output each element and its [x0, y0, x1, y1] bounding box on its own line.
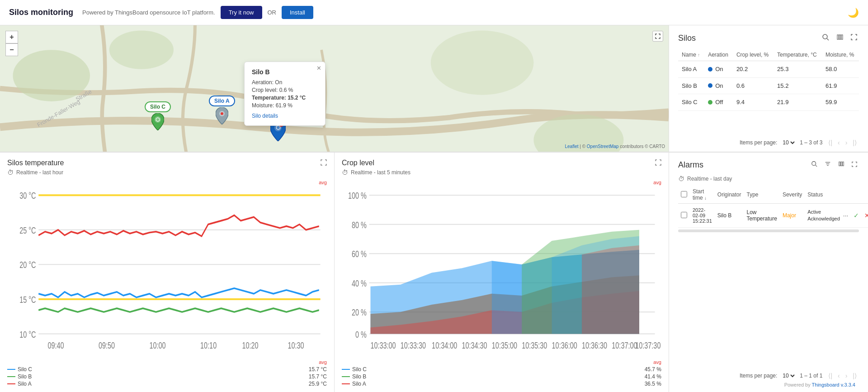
crop-realtime: ⏱ Realtime - last 5 minutes: [342, 169, 661, 176]
col-type: Type: [744, 186, 780, 204]
silos-range: 1 – 3 of 3: [800, 139, 822, 146]
col-crop: Crop level, %: [733, 49, 774, 61]
svg-point-3: [431, 31, 534, 95]
alarms-header: Alarms: [678, 160, 859, 170]
popup-temperature: Temperature: 15.2 °C: [252, 95, 318, 101]
svg-text:10:10: 10:10: [200, 340, 217, 350]
svg-text:80 %: 80 %: [352, 220, 367, 230]
silos-row: Silo A On 20.2 25.3 58.0: [678, 61, 859, 78]
alarm-more-button[interactable]: ···: [842, 211, 850, 220]
powered-by-link[interactable]: Thingsboard v.3.3.4: [812, 382, 855, 387]
silo-a-label: Silo A: [209, 96, 235, 106]
silos-columns-button[interactable]: [835, 33, 845, 43]
powered-by: Powered by Thingsboard v.3.3.4: [678, 380, 859, 387]
silo-aeration: On: [704, 61, 733, 78]
col-status: Status: [805, 186, 868, 204]
last-page-btn[interactable]: |⟩: [850, 138, 859, 147]
sort-icon-name: ↑: [698, 53, 700, 57]
alarms-fullscreen-button[interactable]: [850, 160, 859, 170]
alarms-per-page-select[interactable]: 10 25: [781, 372, 796, 379]
alarm-checkbox-1[interactable]: [681, 212, 687, 218]
install-button[interactable]: Install: [282, 6, 313, 19]
zoom-out-button[interactable]: −: [5, 43, 18, 56]
col-temp: Temperature, °C: [774, 49, 822, 61]
svg-point-11: [221, 112, 223, 115]
temp-legend-silo-b: Silo B 15.7 °C: [7, 373, 327, 380]
popup-silo-details-link[interactable]: Silo details: [252, 113, 278, 119]
per-page-select[interactable]: 10 25 50: [781, 139, 796, 146]
header: Silos monitoring Powered by ThingsBoard …: [0, 0, 868, 25]
powered-text: Powered by ThingsBoard opensource IoT pl…: [82, 9, 215, 16]
svg-text:10:35:30: 10:35:30: [522, 340, 547, 350]
crop-legend-silo-b: Silo B 41.4 %: [342, 373, 661, 380]
alarms-realtime: ⏱ Realtime - last day: [678, 175, 859, 182]
silo-name: Silo C: [678, 94, 704, 111]
col-start-time[interactable]: Start time ↓: [690, 186, 715, 204]
silos-table: Name ↑ Aeration Crop level, % Temperatur…: [678, 49, 859, 111]
crop-fullscreen-button[interactable]: [655, 159, 661, 167]
svg-point-16: [823, 34, 827, 39]
popup-crop-level: Crop level: 0.6 %: [252, 87, 318, 93]
svg-text:20 %: 20 %: [352, 307, 367, 318]
select-all-checkbox[interactable]: [681, 191, 687, 197]
silo-temp: 15.2: [774, 77, 822, 94]
crop-panel: Crop level ⏱ Realtime - last 5 minutes a…: [335, 152, 669, 392]
alarms-prev-btn[interactable]: ‹: [835, 371, 842, 380]
alarms-next-btn[interactable]: ›: [843, 371, 850, 380]
svg-rect-19: [840, 35, 841, 39]
svg-text:10:33:30: 10:33:30: [401, 340, 426, 350]
silo-moisture: 58.0: [822, 61, 859, 78]
alarms-first-btn[interactable]: ⟨|: [826, 371, 835, 380]
dark-mode-button[interactable]: 🌙: [848, 7, 859, 18]
silo-aeration: Off: [704, 94, 733, 111]
alarm-clear-button[interactable]: ✕: [863, 211, 868, 220]
svg-text:25 °C: 25 °C: [19, 225, 36, 235]
alarms-columns-button[interactable]: [836, 160, 846, 170]
temp-legend: Silo C 15.7 °C Silo B 15.7 °C Silo A 25.…: [7, 366, 327, 387]
map-fullscreen-button[interactable]: [652, 31, 663, 42]
next-page-btn[interactable]: ›: [843, 138, 850, 147]
silos-title: Silos: [678, 33, 820, 43]
alarms-clock-icon: ⏱: [678, 175, 684, 182]
silos-panel-header: Silos: [678, 33, 859, 43]
svg-text:10:34:00: 10:34:00: [432, 340, 457, 350]
svg-text:40 %: 40 %: [352, 278, 367, 288]
crop-chart-container: 100 % 80 % 60 % 40 % 20 % 0 % 10:33:00 1…: [342, 186, 661, 359]
temp-clock-icon: ⏱: [7, 169, 14, 176]
popup-close-button[interactable]: ✕: [316, 65, 321, 72]
crop-header: Crop level: [342, 159, 661, 167]
silos-search-button[interactable]: [820, 33, 831, 43]
alarms-filter-button[interactable]: [823, 160, 833, 170]
svg-text:10:00: 10:00: [150, 340, 166, 350]
alarm-ack-button[interactable]: ✓: [852, 211, 860, 220]
temp-fullscreen-button[interactable]: [321, 159, 327, 167]
silo-c-marker[interactable]: Silo C ⬡: [145, 101, 171, 130]
silo-a-marker[interactable]: Silo A: [209, 96, 235, 124]
silos-row: Silo B On 0.6 15.2 61.9: [678, 77, 859, 94]
alarm-status-text: ActiveAcknowledged: [807, 209, 840, 223]
crop-clock-icon: ⏱: [342, 169, 348, 176]
silos-fullscreen-button[interactable]: [849, 33, 859, 43]
temp-title: Silos temperature: [7, 159, 64, 167]
first-page-btn[interactable]: ⟨|: [826, 138, 835, 147]
silos-pagination: ⟨| ‹ › |⟩: [826, 138, 859, 147]
temp-legend-silo-c: Silo C 15.7 °C: [7, 366, 327, 373]
svg-text:0 %: 0 %: [355, 329, 367, 339]
svg-text:10 °C: 10 °C: [19, 329, 36, 339]
alarm-severity: Major: [780, 204, 805, 228]
try-button[interactable]: Try it now: [221, 6, 262, 19]
silo-name: Silo B: [678, 77, 704, 94]
or-label: OR: [268, 9, 277, 16]
silos-panel: Silos Name ↑ Aeration Crop level, %: [669, 25, 868, 152]
alarms-search-button[interactable]: [809, 160, 819, 170]
crop-avg-indicator: avg: [342, 359, 661, 365]
svg-text:10:36:00: 10:36:00: [552, 340, 577, 350]
alarms-last-btn[interactable]: |⟩: [850, 371, 859, 380]
prev-page-btn[interactable]: ‹: [835, 138, 842, 147]
alarms-scrollbar[interactable]: [678, 229, 859, 232]
alarms-pagination: ⟨| ‹ › |⟩: [826, 371, 859, 380]
silo-crop: 9.4: [733, 94, 774, 111]
col-name[interactable]: Name ↑: [678, 49, 704, 61]
zoom-in-button[interactable]: +: [5, 31, 18, 43]
map-panel: Fronde-Faller-Weg Straße Stran + − Silo …: [0, 25, 669, 152]
